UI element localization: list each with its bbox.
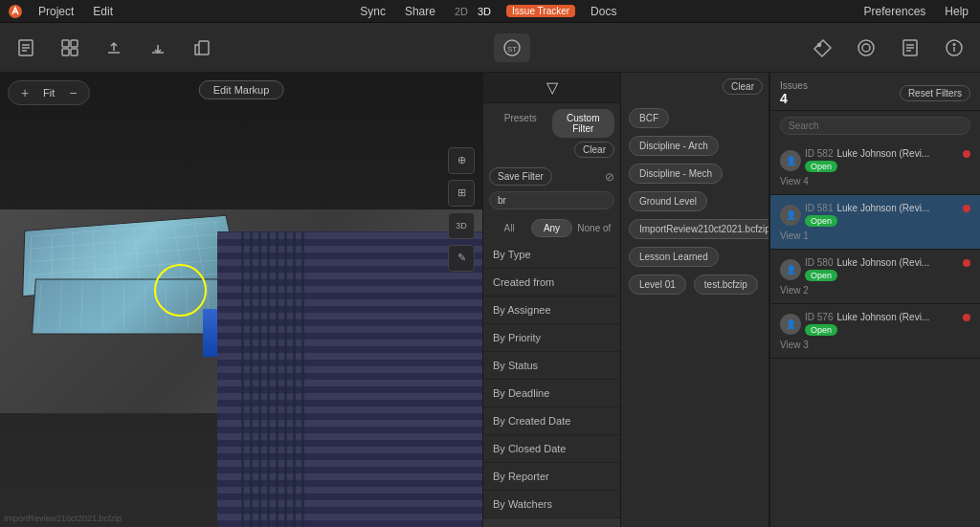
tag-chip[interactable]: test.bcfzip [694,274,758,295]
filter-item-by-assignee[interactable]: By Assignee [483,296,620,324]
edit-markup-button[interactable]: Edit Markup [199,80,284,99]
clash-toolbar-button[interactable] [848,33,884,62]
filter-item-by-tag[interactable]: By Tag1 ✕ [483,518,620,527]
fit-button[interactable]: Fit [37,87,60,99]
toggle-all[interactable]: All [489,219,529,237]
filter-item-by-created-date[interactable]: By Created Date [483,407,620,435]
issue-view-label: View 4 [780,176,970,187]
issue-name: Luke Johnson (Revi... [836,203,959,213]
upload-button[interactable] [96,33,132,62]
svg-point-21 [953,43,955,45]
svg-rect-8 [71,49,78,55]
filter-item-by-status[interactable]: By Status [483,352,620,380]
svg-point-13 [862,44,870,52]
2d-view-btn[interactable]: 2D [451,5,472,18]
download-button[interactable] [140,33,176,62]
tag-chip[interactable]: Ground Level [629,191,707,211]
tag-chip[interactable]: BCF [629,108,669,128]
edit-menu[interactable]: Edit [89,5,117,18]
issues-search-input[interactable] [780,117,970,135]
viewport[interactable]: + Fit − Edit Markup ⊕ ⊞ 3D ✎ ImportRevie… [0,73,482,527]
filter-clear-button[interactable]: Clear [574,142,614,158]
preferences-menu[interactable]: Preferences [860,5,930,18]
filter-search [483,191,620,215]
views-button[interactable] [52,33,88,62]
project-menu[interactable]: Project [34,5,78,18]
issue-view-label: View 2 [780,285,970,296]
issue-tracker-badge[interactable]: Issue Tracker [506,5,575,17]
filter-item-created-from[interactable]: Created from [483,269,620,296]
tag-chip[interactable]: Lesson Learned [629,247,719,267]
issue-status-badge: Open [805,161,837,172]
issue-item[interactable]: 👤 ID 581 Luke Johnson (Revi... Open View… [770,195,980,250]
tags-wrapper: BCFDiscipline - ArchDiscipline - MechGro… [627,102,763,300]
side-tool-pencil[interactable]: ✎ [448,245,475,272]
view-toggle: 2D 3D [451,5,495,18]
share-toolbar-button[interactable] [184,33,220,62]
issues-panel: Issues 4 Reset Filters 👤 ID 582 Luke Joh… [769,73,980,527]
filter-tabs: Presets Custom Filter [483,103,620,138]
app-logo [8,4,23,19]
toggle-none[interactable]: None of [574,219,614,237]
side-tool-3d[interactable]: 3D [448,212,475,239]
issue-item[interactable]: 👤 ID 582 Luke Johnson (Revi... Open View… [770,141,980,195]
tag-chip[interactable]: Discipline - Arch [629,136,719,156]
svg-point-12 [818,43,821,46]
help-menu[interactable]: Help [941,5,972,18]
filter-item-by-watchers[interactable]: By Watchers [483,491,620,518]
presets-tab[interactable]: Presets [489,109,552,138]
issue-view-label: View 1 [780,231,970,241]
share-menu[interactable]: Share [401,5,439,18]
issue-avatar: 👤 [780,150,801,171]
issue-id: ID 576 [805,312,833,322]
issues-count: 4 [780,91,808,106]
reports-toolbar-button[interactable] [892,33,928,62]
reset-filters-button[interactable]: Reset Filters [900,85,970,101]
filter-item-by-reporter[interactable]: By Reporter [483,463,620,491]
info-toolbar-button[interactable] [936,33,972,62]
save-filter-button[interactable]: Save Filter [489,167,552,186]
issue-name: Luke Johnson (Revi... [836,257,959,268]
main-area: + Fit − Edit Markup ⊕ ⊞ 3D ✎ ImportRevie… [0,73,980,527]
issue-id: ID 580 [805,257,833,268]
zoom-in-button[interactable]: + [16,84,33,101]
circle-marker [154,264,207,317]
filter-list: By TypeCreated fromBy AssigneeBy Priorit… [483,241,620,527]
custom-filter-tab[interactable]: Custom Filter [552,109,615,138]
tag-chip[interactable]: Discipline - Mech [629,164,723,184]
issues-header: Issues 4 Reset Filters [770,73,980,111]
issue-item[interactable]: 👤 ID 580 Luke Johnson (Revi... Open View… [770,250,980,304]
tags-clear-button[interactable]: Clear [723,78,763,95]
issue-status-badge: Open [805,215,837,227]
side-tool-1[interactable]: ⊕ [448,147,475,174]
issue-status-badge: Open [805,270,837,281]
filter-item-by-priority[interactable]: By Priority [483,324,620,352]
menu-bar: Project Edit Sync Share 2D 3D Issue Trac… [0,0,980,23]
filter-item-by-type[interactable]: By Type [483,241,620,269]
side-tool-2[interactable]: ⊞ [448,180,475,207]
toggle-any[interactable]: Any [531,219,571,237]
docs-menu[interactable]: Docs [587,5,620,18]
issue-status-dot [963,259,970,267]
issue-status-badge: Open [805,324,837,336]
tag-chip[interactable]: Level 01 [629,274,686,295]
tag-chip[interactable]: ImportReview210ct2021.bcfzip [629,219,769,239]
tags-toolbar-button[interactable] [804,33,840,62]
sync-menu[interactable]: Sync [356,5,390,18]
filter-funnel-icon[interactable]: ⊘ [605,170,614,184]
viewport-bottom-info: ImportReview210ct2021.bcfzip [4,514,122,523]
issue-item[interactable]: 👤 ID 576 Luke Johnson (Revi... Open View… [770,304,980,359]
filter-search-input[interactable] [489,191,614,209]
sheets-button[interactable] [8,33,44,62]
issue-tracker-toolbar-button[interactable]: ST [494,33,530,62]
3d-scene [0,73,482,527]
zoom-out-button[interactable]: − [64,84,81,101]
issue-name: Luke Johnson (Revi... [836,312,959,322]
toolbar: ST [0,23,980,73]
filter-item-by-deadline[interactable]: By Deadline [483,380,620,407]
filter-item-by-closed-date[interactable]: By Closed Date [483,435,620,463]
3d-view-btn[interactable]: 3D [474,5,495,18]
issues-label: Issues [780,80,808,91]
issues-count-section: Issues 4 [780,80,808,106]
issue-avatar: 👤 [780,205,801,226]
